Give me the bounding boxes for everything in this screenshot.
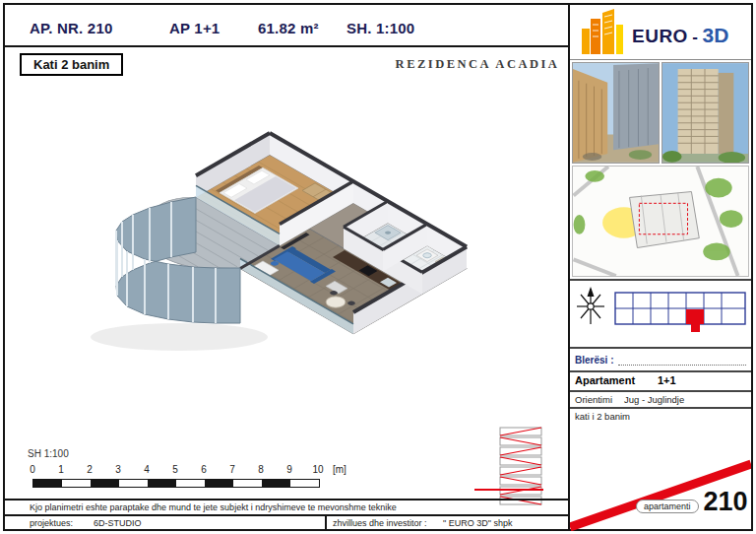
tick: 7: [229, 464, 235, 475]
project-title: REZIDENCA ACADIA: [389, 57, 566, 72]
apartment-value: 1+1: [658, 374, 676, 386]
tick: 10: [312, 464, 323, 475]
info-rule-3: [570, 407, 751, 409]
north-arrow-icon: [574, 286, 607, 327]
graphic-scale-bar: [32, 479, 320, 488]
info-rule-1: [570, 370, 751, 372]
floor-label-box: Kati 2 banim: [20, 53, 123, 76]
scalebar-unit: [m]: [333, 464, 346, 475]
tick: 0: [30, 464, 35, 475]
floor-note: kati i 2 banim: [575, 411, 630, 422]
tick: 2: [87, 464, 93, 475]
floor-plan-3d-render: [12, 91, 555, 453]
apartment-type: AP 1+1: [169, 20, 220, 36]
logo-3d: 3D: [702, 24, 728, 46]
tick: 8: [258, 464, 264, 475]
scalebar-ticks: 0 1 2 3 4 5 6 7 8 9 10 [m]: [32, 464, 367, 476]
apartment-label: Apartament: [575, 374, 635, 386]
designer-name: 6D-STUDIO: [94, 518, 142, 528]
orientation-label: Orientimi: [575, 394, 612, 405]
apartment-area: 61.82 m²: [258, 20, 319, 36]
tick: 5: [172, 464, 178, 475]
euro3d-logo-icon: [580, 9, 625, 56]
drawing-sheet: AP. NR. 210 AP 1+1 61.82 m² SH. 1:100 Ka…: [0, 0, 756, 534]
buyer-label: Blerësi :: [575, 355, 613, 366]
header-rule: [5, 45, 568, 47]
tick: 9: [286, 464, 292, 475]
floor-unit-locator: [612, 285, 748, 344]
sidebar-rule-siteplan: [570, 279, 751, 281]
tick: 1: [58, 464, 64, 475]
tick: 4: [144, 464, 150, 475]
logo-euro: EURO: [632, 26, 688, 46]
footer-disclaimer: Kjo planimetri eshte paraptake dhe mund …: [30, 502, 397, 512]
site-plan: [572, 166, 749, 277]
buyer-signature-line: [618, 354, 746, 366]
sidebar-rule-locator: [570, 347, 751, 349]
footer-divider: [325, 514, 327, 529]
drawing-scale: SH. 1:100: [346, 20, 414, 36]
designer-label: projektues:: [30, 518, 73, 528]
highlighted-unit: [686, 309, 704, 324]
tick: 3: [115, 464, 121, 475]
logo-dash: -: [692, 28, 698, 46]
tick: 6: [201, 464, 207, 475]
badge-label: apartamenti: [636, 500, 699, 513]
building-render-tower: [662, 62, 749, 164]
info-rule-2: [570, 390, 751, 392]
scalebar-label: SH 1:100: [28, 448, 69, 459]
developer-name: " EURO 3D" shpk: [443, 518, 512, 528]
buyer-row: Blerësi :: [575, 354, 746, 366]
apartment-number: AP. NR. 210: [30, 20, 112, 36]
orientation-value: Jug - Juglindje: [624, 394, 684, 405]
sidebar-rule-logo: [570, 59, 751, 60]
building-render-street: [572, 62, 660, 164]
euro3d-logo-text: EURO - 3D: [632, 24, 728, 47]
footer-rule-1: [5, 499, 568, 501]
badge-number: 210: [702, 491, 750, 513]
developer-label: zhvillues dhe investitor :: [333, 518, 427, 528]
footer-rule-2: [5, 514, 568, 516]
apartment-badge: apartamenti 210: [636, 491, 750, 513]
